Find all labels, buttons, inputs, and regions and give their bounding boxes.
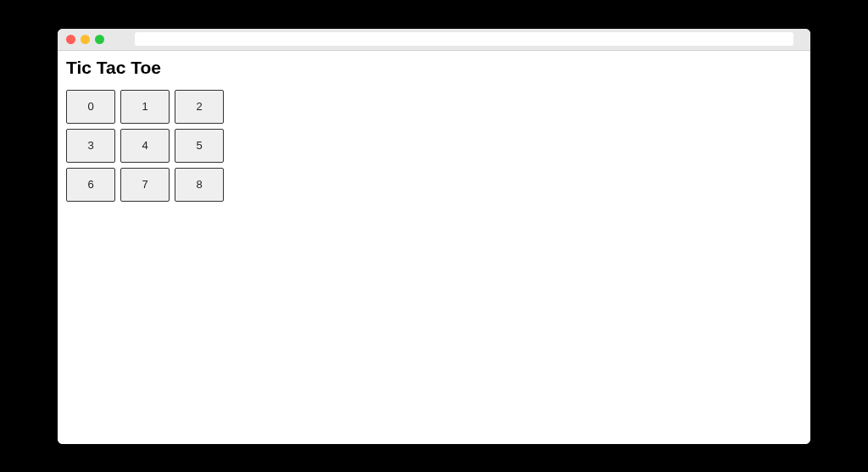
cell-5[interactable]: 5	[175, 129, 224, 163]
cell-6[interactable]: 6	[66, 168, 115, 202]
window-titlebar	[58, 29, 810, 51]
cell-7[interactable]: 7	[120, 168, 170, 202]
page-title: Tic Tac Toe	[66, 58, 802, 78]
browser-window: Tic Tac Toe 0 1 2 3 4 5 6 7 8	[58, 29, 810, 444]
cell-8[interactable]: 8	[175, 168, 224, 202]
game-board: 0 1 2 3 4 5 6 7 8	[66, 90, 802, 202]
cell-4[interactable]: 4	[120, 129, 170, 163]
url-bar[interactable]	[135, 32, 793, 46]
cell-2[interactable]: 2	[175, 90, 224, 124]
page-content: Tic Tac Toe 0 1 2 3 4 5 6 7 8	[58, 51, 810, 444]
cell-3[interactable]: 3	[66, 129, 115, 163]
minimize-icon[interactable]	[81, 35, 90, 44]
maximize-icon[interactable]	[95, 35, 104, 44]
close-icon[interactable]	[66, 35, 75, 44]
cell-1[interactable]: 1	[120, 90, 170, 124]
cell-0[interactable]: 0	[66, 90, 115, 124]
